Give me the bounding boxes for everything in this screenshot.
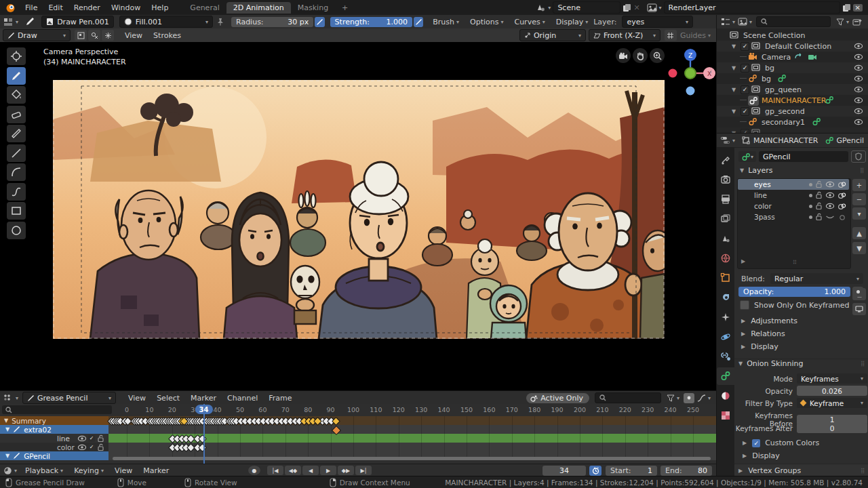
orientation-selector[interactable]: Front (X-Z)▾ (589, 29, 660, 41)
menu-playback[interactable]: Playback▾ (20, 466, 68, 475)
box-tool-button[interactable] (7, 202, 26, 220)
outliner-row-bg[interactable]: ▼✓bg (717, 62, 868, 73)
dopesheet-mode-selector[interactable]: Grease Pencil▾ (22, 392, 116, 404)
render-layer-icon[interactable] (647, 3, 657, 12)
properties-tab-object[interactable] (717, 269, 734, 287)
fill-tool-button[interactable] (7, 86, 26, 104)
workspace-tab-2d-animation[interactable]: 2D Animation (226, 2, 291, 14)
dopesheet[interactable]: 0102030405060708090100110120130140150160… (0, 404, 716, 464)
render-layer-delete-button[interactable]: ✕ (853, 4, 863, 12)
draw-tool-button[interactable] (7, 67, 26, 85)
expand-caret[interactable]: ▼ (732, 43, 736, 49)
menu-render[interactable]: Render (68, 3, 106, 12)
layer-opacity-slider[interactable]: Opacity:1.000 (738, 287, 850, 297)
outliner-label[interactable]: Default Collection (765, 42, 831, 51)
outliner-label[interactable]: bg (762, 75, 771, 83)
cursor-tool-button[interactable] (7, 47, 26, 65)
properties-tab-texture[interactable] (717, 407, 734, 424)
channel-checkbox[interactable]: ✓ (88, 444, 95, 451)
menu-view[interactable]: View (109, 466, 138, 475)
curve-tool-button[interactable] (7, 183, 26, 201)
menu-marker[interactable]: Marker (185, 394, 222, 403)
properties-tab-constraints[interactable] (717, 348, 734, 365)
outliner-display-mode-button[interactable]: ▾ (721, 18, 735, 26)
layer-list-grip[interactable]: ⠿ (793, 260, 797, 266)
layer-row-eyes[interactable]: eyes (738, 179, 849, 190)
camera-view-button[interactable] (616, 48, 631, 63)
zoom-view-button[interactable] (650, 48, 665, 63)
snap-toggle-icon[interactable] (102, 30, 114, 41)
visibility-eye-icon[interactable] (854, 119, 863, 125)
properties-tab-effects[interactable] (717, 308, 734, 326)
channel-caret[interactable]: ▼ (5, 426, 9, 432)
layer-specials-button[interactable]: ▾ (852, 207, 866, 220)
expand-caret[interactable]: ▼ (732, 65, 736, 71)
menu-frame[interactable]: Frame (263, 394, 297, 403)
render-layer-chevron[interactable]: ▾ (659, 5, 662, 11)
properties-editor-type-button[interactable]: ▾ (720, 136, 735, 144)
visibility-eye-icon[interactable] (854, 75, 863, 82)
channel-color[interactable]: color✓ (0, 443, 108, 451)
outliner-label[interactable]: Scene Collection (743, 31, 805, 40)
outliner-row-secondary1[interactable]: secondary1 (717, 117, 868, 127)
circle-tool-button[interactable] (7, 222, 26, 239)
transform-pivot-selector[interactable]: Origin▾ (519, 29, 586, 41)
outliner-row-bg[interactable]: bg (717, 73, 868, 84)
visibility-eye-icon[interactable] (854, 54, 863, 60)
visibility-eye-icon[interactable] (854, 86, 863, 93)
channel-checkbox[interactable]: ✓ (88, 435, 95, 442)
menu-help[interactable]: Help (146, 3, 174, 12)
material-selector[interactable]: Fill.001 ▾ (119, 16, 213, 28)
menu-display[interactable]: Display▾ (551, 18, 594, 26)
menu-marker[interactable]: Marker (138, 466, 174, 475)
outliner-row-gp_queen[interactable]: ▼✓gp_queen (717, 84, 868, 95)
panel-caret[interactable]: ▶ (738, 468, 743, 474)
menu-edit[interactable]: Edit (43, 3, 68, 12)
outliner-row-maincharacter[interactable]: MAINCHARACTER (717, 95, 868, 106)
strength-slider[interactable]: Strength: 1.000 (330, 17, 412, 27)
layers-caret[interactable]: ▼ (740, 167, 744, 174)
strength-pressure-toggle[interactable] (414, 17, 423, 27)
custom-colors-caret[interactable]: ▶ (743, 440, 747, 446)
outliner-row-scene-collection[interactable]: Scene Collection (717, 30, 868, 41)
properties-tab-scene[interactable] (717, 230, 734, 247)
menu-options[interactable]: Options▾ (465, 18, 509, 26)
record-button[interactable]: ● (248, 466, 260, 475)
properties-tab-render[interactable] (717, 171, 734, 188)
menu-window[interactable]: Window (106, 3, 146, 12)
menu-view[interactable]: View (119, 31, 148, 40)
visibility-eye-icon[interactable] (854, 97, 863, 104)
brush-icon[interactable] (24, 16, 37, 27)
properties-tab-output[interactable] (717, 190, 734, 208)
onion-display-caret[interactable]: ▶ (743, 453, 747, 459)
show-only-checkbox[interactable] (740, 300, 749, 310)
sidebar-toggle-icon[interactable]: ‹ (709, 68, 712, 75)
outliner-filter-dropdown[interactable]: ▾ (836, 18, 849, 26)
visibility-eye-icon[interactable] (854, 64, 863, 71)
scene-copy-icon[interactable] (623, 3, 631, 12)
onion-mode-field[interactable]: Keyframes▾ (797, 373, 867, 384)
channel-caret[interactable]: ▼ (4, 418, 8, 424)
jump-to-end-button[interactable]: ▶| (355, 466, 372, 475)
outliner-label[interactable]: bg (765, 64, 774, 73)
blend-dropdown[interactable]: Regular▾ (770, 273, 863, 284)
gpencil-data-icon-button[interactable]: ▾ (738, 151, 756, 162)
outliner-row[interactable]: ▼✓ (717, 127, 868, 133)
play-button[interactable]: ▶ (320, 466, 336, 475)
channel-search-input[interactable] (2, 405, 112, 414)
channel-line[interactable]: line✓ (0, 434, 108, 443)
render-layer-copy-icon[interactable] (842, 3, 851, 12)
collection-checkbox[interactable]: ✓ (741, 107, 749, 116)
outliner-row-default-collection[interactable]: ▼✓Default Collection (717, 41, 868, 52)
fake-user-button[interactable] (851, 150, 866, 163)
channel-Summary[interactable]: ▼Summary (0, 416, 108, 425)
line-tool-button[interactable] (7, 144, 26, 162)
layer-list-expand-caret[interactable]: ▶ (741, 258, 745, 264)
visibility-eye-icon[interactable] (854, 108, 863, 115)
pin-icon[interactable] (216, 18, 224, 26)
onion-opacity-field[interactable]: 0.026 (797, 386, 867, 396)
dopesheet-scrollbar[interactable] (113, 457, 711, 460)
erase-tool-button[interactable] (7, 106, 26, 123)
dopesheet-search-input[interactable] (595, 392, 661, 403)
cutter-tool-button[interactable] (7, 125, 26, 142)
